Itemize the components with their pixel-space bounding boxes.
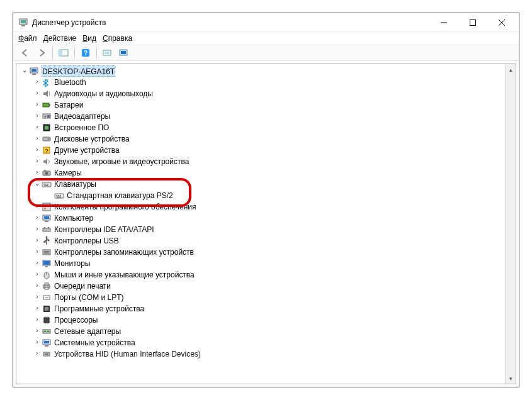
caret-right-icon[interactable]: ›	[33, 314, 42, 325]
tree-item-cameras[interactable]: › Камеры	[16, 167, 516, 179]
network-adapter-icon	[42, 326, 52, 336]
caret-right-icon[interactable]: ›	[33, 325, 42, 336]
tree-item-keyboard-ps2[interactable]: › Стандартная клавиатура PS/2	[16, 190, 516, 201]
tree-item-other[interactable]: › ? Другие устройства	[16, 145, 516, 156]
svg-rect-25	[43, 137, 50, 141]
caret-right-icon[interactable]: ›	[33, 144, 42, 155]
caret-right-icon[interactable]: ›	[33, 235, 42, 246]
tree-item-sound[interactable]: › Звуковые, игровые и видеоустройства	[16, 156, 516, 167]
caret-right-icon[interactable]: ›	[33, 99, 42, 110]
tree-item-label: Контроллеры IDE ATA/ATAPI	[54, 224, 154, 235]
bluetooth-icon	[42, 77, 52, 87]
tree-item-label: Устройства HID (Human Interface Devices)	[54, 348, 201, 360]
svg-rect-44	[47, 204, 49, 206]
tree-item-monitors[interactable]: › Мониторы	[16, 258, 516, 269]
svg-rect-39	[58, 195, 59, 196]
computer-icon	[42, 213, 52, 223]
tree-item-disks[interactable]: › Дисковые устройства	[16, 133, 516, 145]
vertical-scrollbar[interactable]: ▴ ▾	[505, 64, 516, 384]
caret-right-icon[interactable]: ›	[33, 133, 42, 144]
tree-item-system[interactable]: › Системные устройства	[16, 337, 516, 348]
svg-rect-22	[47, 115, 50, 118]
caret-right-icon[interactable]: ›	[33, 303, 42, 314]
tree-item-audio[interactable]: › Аудиовходы и аудиовыходы	[16, 88, 516, 99]
tree-item-label: Сетевые адаптеры	[54, 326, 121, 337]
svg-rect-2	[21, 25, 25, 26]
tree-item-video[interactable]: › Видеоадаптеры	[16, 111, 516, 122]
caret-right-icon[interactable]: ›	[33, 336, 42, 348]
tree-item-computer[interactable]: › Компьютер	[16, 213, 516, 224]
scroll-up-icon[interactable]: ▴	[506, 64, 516, 75]
svg-rect-55	[43, 250, 50, 255]
tree-item-label: Порты (COM и LPT)	[54, 292, 124, 303]
tree-item-software-devices[interactable]: › Программные устройства	[16, 303, 516, 314]
tree-item-label: Процессоры	[54, 314, 98, 326]
maximize-button[interactable]	[458, 13, 487, 32]
svg-rect-31	[44, 170, 46, 171]
tree-root[interactable]: ⌄ DESKTOP-AEGA16T	[16, 65, 516, 77]
tree-item-bluetooth[interactable]: › Bluetooth	[16, 77, 516, 88]
tree-item-software-components[interactable]: › Компоненты программного обеспечения	[16, 201, 516, 213]
svg-rect-34	[45, 184, 47, 185]
menu-help[interactable]: Справка	[103, 34, 132, 43]
window-title: Диспетчер устройств	[32, 18, 106, 27]
scroll-down-icon[interactable]: ▾	[506, 373, 516, 384]
tree-item-ide[interactable]: › Контроллеры IDE ATA/ATAPI	[16, 224, 516, 235]
caret-right-icon[interactable]: ›	[33, 201, 42, 212]
caret-right-icon[interactable]: ›	[33, 348, 42, 359]
svg-rect-18	[43, 103, 49, 107]
svg-rect-65	[45, 287, 48, 289]
tree-item-ports[interactable]: › Порты (COM и LPT)	[16, 292, 516, 303]
caret-right-icon[interactable]: ›	[33, 257, 42, 269]
caret-right-icon[interactable]: ›	[33, 87, 42, 99]
tree-item-label: Стандартная клавиатура PS/2	[67, 190, 173, 201]
caret-right-icon[interactable]: ›	[33, 223, 42, 235]
close-button[interactable]	[487, 13, 516, 32]
tree-root-label: DESKTOP-AEGA16T	[42, 65, 115, 77]
software-device-icon	[42, 304, 52, 314]
tree-item-processors[interactable]: › Процессоры	[16, 314, 516, 326]
device-tree[interactable]: ⌄ DESKTOP-AEGA16T › Bluetooth ›	[16, 64, 516, 361]
svg-rect-50	[44, 227, 45, 228]
caret-right-icon[interactable]: ›	[33, 212, 42, 223]
scan-hardware-button[interactable]	[101, 46, 115, 60]
audio-icon	[42, 89, 52, 99]
menu-view[interactable]: Вид	[82, 34, 96, 43]
caret-right-icon[interactable]: ›	[33, 246, 42, 257]
show-hide-console-tree-button[interactable]	[57, 46, 71, 60]
tree-item-label: Батареи	[54, 99, 83, 111]
caret-right-icon[interactable]: ›	[33, 110, 42, 121]
caret-down-icon[interactable]: ⌄	[33, 178, 42, 189]
minimize-button[interactable]	[429, 13, 458, 32]
caret-right-icon[interactable]: ›	[33, 269, 42, 280]
caret-right-icon[interactable]: ›	[33, 291, 42, 303]
caret-right-icon[interactable]: ›	[33, 280, 42, 291]
svg-rect-33	[43, 184, 45, 185]
caret-right-icon[interactable]: ›	[33, 76, 42, 87]
caret-right-icon[interactable]: ›	[33, 121, 42, 133]
forward-button[interactable]	[35, 46, 48, 60]
tree-item-hid[interactable]: › Устройства HID (Human Interface Device…	[16, 348, 516, 360]
menu-file[interactable]: Файл	[18, 34, 37, 43]
back-button[interactable]	[18, 46, 32, 60]
tree-item-keyboards[interactable]: ⌄ Клавиатуры	[16, 179, 516, 190]
caret-right-icon[interactable]: ›	[33, 155, 42, 167]
tree-item-storage-controllers[interactable]: › Контроллеры запоминающих устройств	[16, 247, 516, 258]
svg-rect-36	[44, 186, 48, 187]
svg-point-30	[45, 172, 48, 175]
menu-action[interactable]: Действие	[43, 34, 77, 43]
tree-item-mice[interactable]: › Мыши и иные указывающие устройства	[16, 269, 516, 281]
help-button[interactable]: ?	[79, 46, 93, 60]
tree-item-print-queues[interactable]: › Очереди печати	[16, 281, 516, 292]
tree-item-network[interactable]: › Сетевые адаптеры	[16, 326, 516, 337]
caret-right-icon[interactable]: ›	[33, 167, 42, 178]
svg-text:?: ?	[84, 50, 88, 57]
computer-icon	[29, 66, 39, 76]
tree-item-batteries[interactable]: › Батареи	[16, 99, 516, 111]
devices-view-button[interactable]	[117, 46, 131, 60]
caret-down-icon[interactable]: ⌄	[20, 65, 29, 76]
tree-item-firmware[interactable]: › Встроенное ПО	[16, 122, 516, 133]
svg-text:?: ?	[45, 148, 48, 154]
firmware-icon	[42, 123, 52, 133]
tree-item-usb[interactable]: › Контроллеры USB	[16, 235, 516, 247]
